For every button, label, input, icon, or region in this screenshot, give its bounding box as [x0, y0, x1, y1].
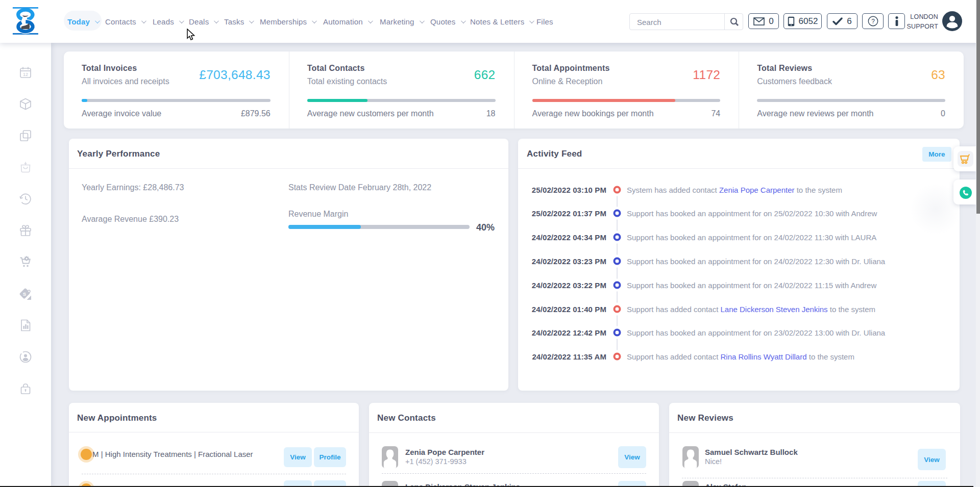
svg-text:?: ? [871, 18, 875, 25]
svg-text:S: S [23, 291, 26, 297]
svg-text:12: 12 [23, 72, 28, 77]
